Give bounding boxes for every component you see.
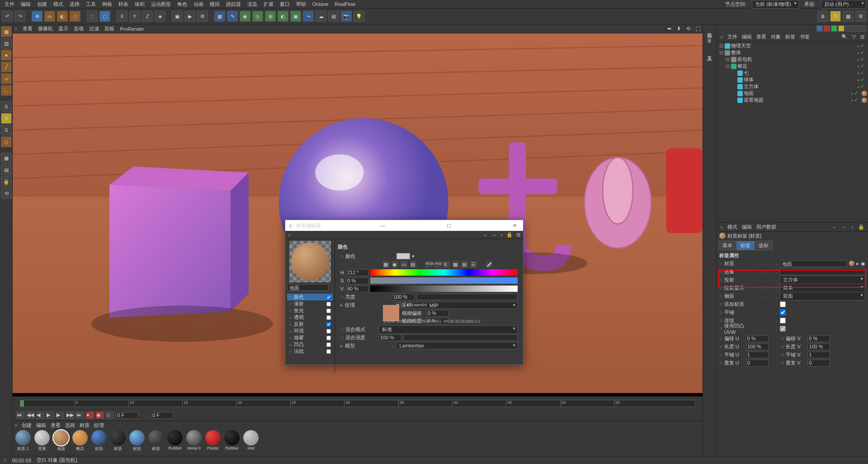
channel-row[interactable]: ○反射	[287, 321, 333, 328]
keyframe-icon[interactable]: ◇	[106, 412, 114, 419]
spinner[interactable]: 0	[746, 360, 769, 366]
menu-item[interactable]: 渲染	[245, 1, 260, 8]
blend-mode-dropdown[interactable]: 标准	[379, 325, 518, 334]
nav-back-icon[interactable]: ←	[483, 232, 488, 238]
spinner[interactable]: 1	[807, 352, 830, 358]
coord-icon[interactable]: ◈	[155, 11, 165, 22]
picker-icon[interactable]: ▦	[383, 261, 389, 267]
tab-icon[interactable]	[860, 25, 866, 32]
nav-fwd-icon[interactable]: →	[492, 232, 497, 238]
h-field[interactable]: 212 °	[346, 269, 368, 276]
om-menu[interactable]: 查看	[756, 33, 766, 40]
spinner[interactable]: 100 %	[746, 343, 769, 350]
timeline[interactable]: 0 5 10 15 20 25 30 35 40 45 50 55	[13, 396, 703, 410]
axis-z-icon[interactable]: Z	[142, 11, 153, 22]
material-item[interactable]: Plastic	[204, 430, 222, 452]
lock-icon[interactable]: 🔒	[506, 232, 513, 238]
tweak-icon[interactable]: ⟲	[1, 188, 12, 199]
v-field[interactable]: 80 %	[346, 286, 368, 292]
menu-item[interactable]: 创建	[34, 1, 50, 8]
vp-menu[interactable]: 面板	[104, 25, 114, 32]
poly-mode-icon[interactable]: ▱	[1, 73, 12, 84]
menu-item[interactable]: 样条	[116, 1, 131, 8]
nav-up-icon[interactable]: ↑	[500, 232, 503, 238]
menu-item[interactable]: 网格	[99, 1, 115, 8]
mat-menu[interactable]: 创建	[22, 422, 32, 429]
grid-icon[interactable]: ▤	[462, 261, 468, 267]
spinner[interactable]: 0 %	[807, 335, 830, 342]
channel-checkbox[interactable]	[326, 329, 331, 333]
maximize-icon[interactable]: ▢	[444, 223, 453, 229]
scale-tool-icon[interactable]: ◇	[70, 11, 80, 22]
tree-row[interactable]: ⊟雕花▪✓	[717, 63, 867, 70]
menu-item[interactable]: 窗口	[277, 1, 292, 8]
menu-item[interactable]: 帮助	[293, 1, 309, 8]
om-menu[interactable]: 编辑	[742, 33, 752, 40]
tab-icon[interactable]	[845, 25, 852, 32]
menu-item[interactable]: 工具	[83, 1, 99, 8]
texture-mode-icon[interactable]: ▧	[1, 38, 12, 49]
tree-row[interactable]: 七▪✓	[717, 70, 867, 76]
tab-tag[interactable]: 标签	[736, 241, 755, 250]
isoline-icon[interactable]: ▤	[1, 164, 12, 175]
select-tool-icon[interactable]: ▭	[44, 11, 55, 22]
axis-y-icon[interactable]: Y	[129, 11, 140, 22]
channel-checkbox[interactable]	[326, 309, 331, 313]
dropdown[interactable]: 双面	[780, 292, 865, 300]
channel-checkbox[interactable]	[326, 302, 331, 306]
pin-icon[interactable]: ⊟	[516, 232, 520, 238]
attr-menu[interactable]: 模式	[727, 224, 737, 230]
checkbox[interactable]	[780, 326, 786, 332]
material-item[interactable]: 材质	[147, 430, 165, 452]
channel-row[interactable]: ○漫射	[287, 300, 333, 307]
menu-item[interactable]: 体积	[132, 1, 147, 8]
array-icon[interactable]: ⊞	[265, 11, 276, 22]
hue-slider[interactable]	[370, 269, 518, 276]
search-icon[interactable]: 🔍	[841, 34, 848, 40]
material-item[interactable]: 材质	[109, 430, 127, 452]
menu-item[interactable]: 编辑	[18, 1, 33, 8]
channel-checkbox[interactable]	[326, 349, 331, 354]
val-slider[interactable]	[370, 286, 518, 292]
channel-checkbox[interactable]	[326, 336, 331, 340]
nav-fwd-icon[interactable]: →	[842, 225, 847, 230]
menu-item[interactable]: 跟踪器	[223, 1, 244, 8]
play-icon[interactable]: ▶	[46, 412, 54, 419]
attr-menu[interactable]: 用户数据	[756, 224, 776, 230]
menu-item[interactable]: 扩展	[261, 1, 276, 8]
s-field[interactable]: 0 %	[346, 277, 368, 284]
wheel-icon[interactable]: ◉	[392, 261, 398, 267]
render-icon[interactable]: ▣	[172, 11, 183, 22]
vp-nav-icon[interactable]: ⛶	[696, 26, 701, 32]
eyedropper-icon[interactable]: 💉	[486, 261, 492, 267]
field[interactable]	[780, 268, 865, 275]
material-item[interactable]: Mat	[242, 430, 259, 452]
blend-slider[interactable]	[403, 334, 518, 341]
record-icon[interactable]: ●	[86, 412, 94, 419]
om-menu[interactable]: 书签	[800, 33, 810, 40]
rgb-icon[interactable]: RGB	[425, 261, 432, 267]
tree-row[interactable]: 立方体▪✓	[717, 83, 867, 90]
checkbox[interactable]	[780, 309, 786, 315]
om-menu[interactable]: 标签	[785, 33, 795, 40]
menu-item[interactable]: 选择	[67, 1, 82, 8]
instance-icon[interactable]: ▣	[290, 11, 301, 22]
spinner[interactable]: 1	[746, 352, 769, 358]
attr-menu[interactable]: 编辑	[742, 224, 752, 230]
autokey-icon[interactable]: ◉	[96, 412, 104, 419]
lock-icon[interactable]: 🔒	[1, 176, 12, 187]
arrow-icon[interactable]: ▸	[856, 261, 859, 267]
mat-menu[interactable]: 查看	[51, 422, 61, 429]
tab-icon[interactable]	[831, 25, 837, 32]
material-item[interactable]: 材质	[128, 430, 146, 452]
menu-item[interactable]: 模拟	[207, 1, 222, 8]
snap2-icon[interactable]: S	[1, 113, 12, 124]
tree-row[interactable]: ⊟整体▪✓	[717, 49, 867, 56]
menu-item[interactable]: 文件	[2, 1, 17, 8]
spinner[interactable]: 100 %	[807, 343, 830, 350]
range-field[interactable]: 0 F	[151, 412, 174, 419]
picture-viewer-icon[interactable]: ▦	[843, 11, 854, 22]
channel-row[interactable]: ○烟雾	[287, 334, 333, 341]
nav-back-icon[interactable]: ←	[832, 225, 837, 230]
light-icon[interactable]: 💡	[354, 11, 364, 22]
